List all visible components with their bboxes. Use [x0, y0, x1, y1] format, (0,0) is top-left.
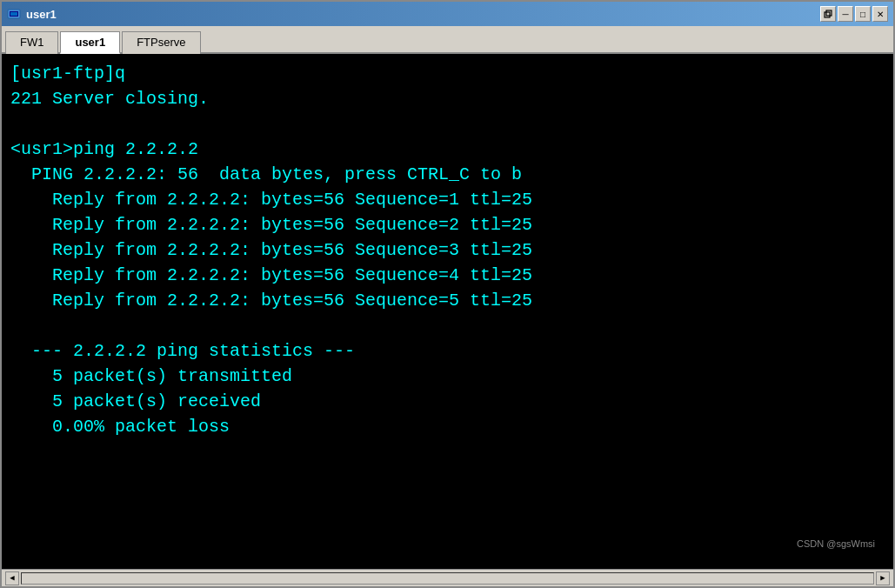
svg-rect-4 [826, 10, 832, 16]
main-window: user1 ─ □ ✕ FW1 user1 FTPserve [usr1-ftp… [0, 0, 895, 588]
window-title: user1 [26, 8, 815, 21]
scroll-right-button[interactable]: ▶ [876, 571, 890, 585]
minimize-button[interactable]: ─ [838, 6, 853, 22]
svg-rect-2 [10, 12, 17, 16]
title-bar: user1 ─ □ ✕ [2, 2, 893, 26]
restore-button[interactable] [820, 6, 836, 22]
maximize-button[interactable]: □ [855, 6, 871, 22]
terminal-output[interactable]: [usr1-ftp]q 221 Server closing. <usr1>pi… [2, 54, 893, 569]
horizontal-scrollbar-track[interactable] [21, 572, 874, 585]
tab-fw1[interactable]: FW1 [5, 31, 58, 54]
window-icon [7, 7, 21, 21]
window-controls: ─ □ ✕ [820, 6, 888, 22]
tab-user1[interactable]: user1 [60, 31, 120, 54]
bottom-scrollbar: ◀ ▶ [2, 569, 893, 586]
terminal-container: [usr1-ftp]q 221 Server closing. <usr1>pi… [2, 54, 893, 569]
svg-rect-3 [825, 12, 830, 17]
tab-bar: FW1 user1 FTPserve [2, 26, 893, 54]
close-button[interactable]: ✕ [872, 6, 888, 22]
scroll-left-button[interactable]: ◀ [5, 571, 19, 585]
tab-ftpserve[interactable]: FTPserve [122, 31, 200, 54]
watermark: CSDN @sgsWmsi [794, 538, 878, 550]
